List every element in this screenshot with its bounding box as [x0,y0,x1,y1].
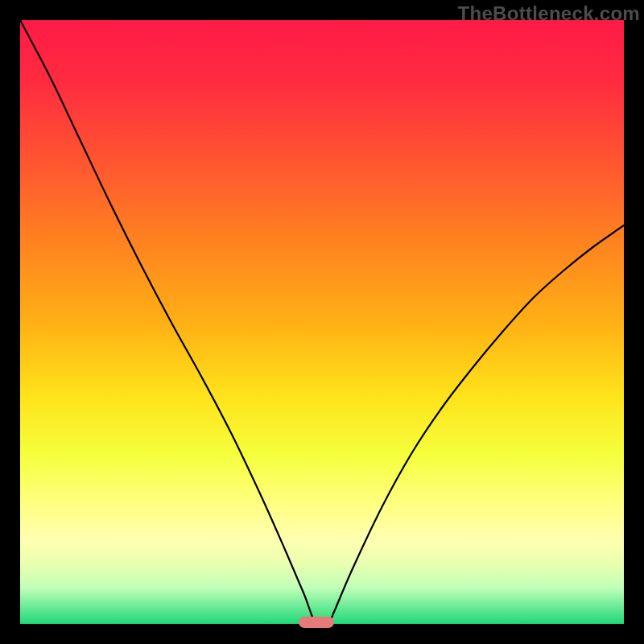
chart-frame: TheBottleneck.com [0,0,644,644]
bottleneck-curve [20,20,624,624]
optimum-marker [299,617,334,628]
